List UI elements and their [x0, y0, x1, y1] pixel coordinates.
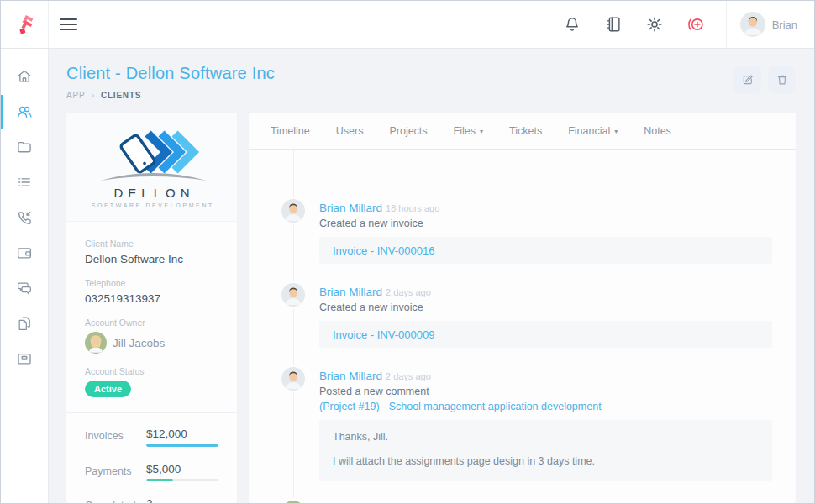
- project-link[interactable]: (Project #19) - School management applic…: [319, 401, 772, 412]
- timeline-user-link[interactable]: Brian Millard: [319, 202, 382, 214]
- tab-timeline[interactable]: Timeline: [271, 125, 310, 137]
- chat-icon: [16, 280, 33, 297]
- breadcrumb-clients: CLIENTS: [101, 91, 141, 100]
- field-label: Telephone: [85, 278, 218, 288]
- breadcrumb: APP › CLIENTS: [66, 90, 275, 100]
- sidebar-item-archive[interactable]: [1, 341, 48, 376]
- avatar: [281, 367, 305, 391]
- avatar: [281, 199, 305, 223]
- wallet-icon: [16, 244, 33, 261]
- timeline-action-text: Created a new invoice: [319, 218, 772, 229]
- timeline-entry: Brian Millard18 hours ago Created a new …: [319, 202, 772, 264]
- avatar: [281, 283, 305, 307]
- tab-tickets[interactable]: Tickets: [509, 125, 542, 137]
- owner-name: Jill Jacobs: [113, 337, 165, 349]
- settings-gear-icon[interactable]: [645, 15, 664, 34]
- invoice-reference-box: Invoice - INV-000009: [319, 321, 772, 348]
- client-logo-graphic: [89, 130, 215, 184]
- tab-financial[interactable]: Financial▾: [568, 125, 618, 137]
- progress-track: [146, 479, 218, 482]
- tab-bar: Timeline Users Projects Files▾ Tickets F…: [249, 113, 796, 150]
- sidebar-item-home[interactable]: [1, 59, 48, 94]
- sidebar-item-calls[interactable]: [1, 200, 48, 235]
- breadcrumb-app[interactable]: APP: [66, 91, 85, 100]
- comment-text: Thanks, Jill.: [333, 431, 759, 443]
- brand-logo[interactable]: [1, 1, 49, 48]
- timeline-user-link[interactable]: Brian Millard: [319, 286, 382, 298]
- invoice-reference-box: Invoice - INV-000016: [319, 237, 772, 264]
- client-stats: Invoices $12,000 Payments $5,000: [66, 413, 237, 503]
- client-logo: DELLON SOFTWARE DEVELOPMENT: [66, 113, 237, 222]
- timeline: Brian Millard18 hours ago Created a new …: [249, 150, 796, 503]
- clients-users-icon: [16, 103, 33, 120]
- sidebar-item-documents[interactable]: [1, 306, 48, 341]
- sidebar-item-payments[interactable]: [1, 235, 48, 270]
- timeline-card: Timeline Users Projects Files▾ Tickets F…: [249, 113, 796, 503]
- timeline-entry: Brian Millard2 days ago Created a new in…: [319, 286, 772, 348]
- menu-toggle-icon[interactable]: [60, 18, 77, 30]
- progress-bar: [146, 444, 218, 447]
- home-icon: [16, 68, 33, 85]
- topbar: Brian: [1, 1, 814, 49]
- header-actions: [734, 66, 796, 93]
- timeline-action-text: Posted a new comment: [319, 386, 772, 397]
- timeline-timestamp: 2 days ago: [386, 371, 431, 381]
- stat-row-invoices: Invoices $12,000: [85, 428, 218, 447]
- client-logo-subtitle: SOFTWARE DEVELOPMENT: [89, 202, 214, 208]
- invoice-link[interactable]: Invoice - INV-000016: [333, 244, 434, 257]
- timeline-entry: Brian Millard2 days ago Posted a new com…: [319, 370, 772, 481]
- stat-row-completed-projects: Completed Projects 2: [85, 497, 218, 503]
- client-logo-title: DELLON: [108, 186, 194, 200]
- timeline-timestamp: 18 hours ago: [386, 203, 439, 213]
- tab-notes[interactable]: Notes: [644, 125, 671, 137]
- edit-pencil-icon: [741, 73, 755, 87]
- user-name: Brian: [772, 18, 797, 31]
- page-title: Client - Dellon Software Inc: [66, 64, 275, 83]
- user-menu[interactable]: Brian: [726, 1, 814, 48]
- sidebar-item-clients[interactable]: [1, 94, 48, 129]
- sidebar-item-tasks[interactable]: [1, 165, 48, 200]
- list-icon: [16, 174, 33, 191]
- invoice-link[interactable]: Invoice - INV-000009: [333, 328, 434, 341]
- client-info-card: DELLON SOFTWARE DEVELOPMENT Client Name …: [66, 113, 237, 503]
- stat-row-payments: Payments $5,000: [85, 463, 218, 482]
- field-label: Client Name: [85, 239, 218, 249]
- telephone-value: 032519313937: [85, 292, 218, 305]
- app-window: Brian: [0, 0, 815, 504]
- progress-track: [146, 444, 218, 447]
- brand-logo-icon: [13, 13, 36, 36]
- chevron-down-icon: ▾: [614, 128, 618, 135]
- user-avatar: [740, 12, 765, 37]
- quick-add-icon[interactable]: [686, 15, 705, 34]
- trash-icon: [776, 73, 789, 87]
- timeline-user-link[interactable]: Brian Millard: [319, 370, 382, 382]
- chevron-down-icon: ▾: [480, 128, 483, 135]
- pages-icon: [16, 315, 33, 332]
- main-content: Client - Dellon Software Inc APP › CLIEN…: [49, 49, 814, 504]
- sidebar: [1, 49, 49, 504]
- client-name-value: Dellon Software Inc: [85, 253, 218, 265]
- sidebar-item-projects[interactable]: [1, 129, 48, 165]
- field-label: Account Owner: [85, 318, 218, 328]
- tab-users[interactable]: Users: [336, 125, 364, 137]
- owner-avatar: [85, 332, 107, 354]
- field-label: Account Status: [85, 366, 218, 376]
- tab-files[interactable]: Files▾: [454, 125, 483, 137]
- sidebar-item-messages[interactable]: [1, 270, 48, 306]
- notifications-bell-icon[interactable]: [563, 15, 581, 34]
- tab-projects[interactable]: Projects: [389, 125, 427, 137]
- address-book-icon[interactable]: [604, 15, 623, 34]
- timeline-timestamp: 2 days ago: [386, 287, 431, 297]
- progress-bar: [146, 479, 173, 482]
- account-owner: Jill Jacobs: [85, 332, 218, 354]
- edit-client-button[interactable]: [734, 66, 761, 93]
- delete-client-button[interactable]: [768, 66, 796, 93]
- archive-box-icon: [16, 350, 33, 367]
- timeline-action-text: Created a new invoice: [319, 302, 772, 313]
- comment-box: Thanks, Jill. I will attach the assignme…: [319, 420, 772, 481]
- topbar-actions: [563, 1, 726, 48]
- status-badge: Active: [85, 381, 131, 397]
- breadcrumb-separator-icon: ›: [91, 90, 94, 100]
- folder-icon: [16, 139, 33, 155]
- phone-incoming-icon: [16, 209, 33, 226]
